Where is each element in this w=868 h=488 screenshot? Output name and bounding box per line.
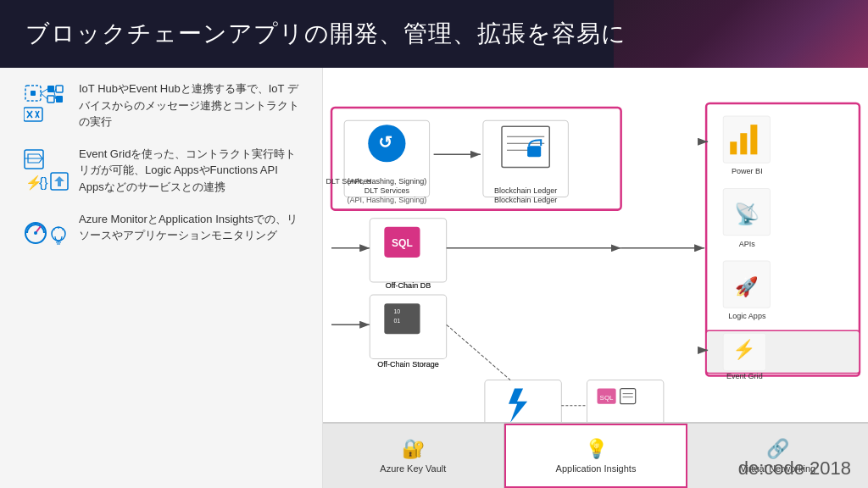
feature-monitor: Azure MonitorとApplication Insightsでの、リソー… — [21, 211, 305, 252]
right-panel: ↺ DLT Services (API, Hashing, Signing) D… — [322, 68, 868, 488]
svg-text:10: 10 — [393, 308, 400, 314]
svg-rect-3 — [56, 86, 63, 92]
svg-text:↺: ↺ — [378, 133, 392, 152]
svg-rect-55 — [384, 303, 420, 334]
bottom-item-keyvault[interactable]: 🔐 Azure Key Vault — [323, 424, 504, 488]
svg-text:Blockchain Ledger: Blockchain Ledger — [494, 196, 557, 204]
svg-line-63 — [447, 324, 510, 380]
svg-rect-15 — [25, 150, 43, 169]
svg-text:Blockchain Ledger: Blockchain Ledger — [494, 186, 557, 195]
svg-text:Logic Apps: Logic Apps — [728, 312, 766, 320]
svg-rect-5 — [56, 96, 63, 103]
feature-iot-text: IoT HubやEvent Hubと連携する事で、IoT デバイスからのメッセー… — [72, 80, 305, 130]
svg-rect-2 — [47, 86, 54, 92]
feature-eventgrid: ⚡ {} Event Gridを使った、コントラクト実行時トリガが可能、Logi… — [21, 146, 305, 196]
svg-text:(API, Hashing, Signing): (API, Hashing, Signing) — [347, 177, 426, 186]
svg-rect-76 — [740, 133, 747, 154]
svg-text:DLT Services: DLT Services — [364, 186, 410, 195]
header-title: ブロックチェーンアプリの開発、管理、拡張を容易に — [25, 18, 626, 50]
svg-text:SQL: SQL — [600, 394, 615, 402]
feature-eventgrid-text: Event Gridを使った、コントラクト実行時トリガが可能、Logic App… — [72, 146, 305, 196]
appinsights-icon: 💡 — [585, 438, 608, 460]
svg-rect-75 — [730, 141, 737, 154]
appinsights-label: Application Insights — [556, 463, 637, 474]
svg-rect-77 — [750, 125, 757, 154]
svg-line-6 — [41, 89, 47, 93]
svg-rect-10 — [24, 108, 42, 121]
bottom-item-appinsights[interactable]: 💡 Application Insights — [504, 424, 688, 488]
footer-text: de:code 2018 — [738, 458, 851, 479]
svg-text:📡: 📡 — [734, 202, 760, 226]
header: ブロックチェーンアプリの開発、管理、拡張を容易に — [0, 0, 868, 68]
keyvault-icon: 🔐 — [402, 438, 425, 460]
svg-text:SQL: SQL — [392, 237, 413, 249]
eventgrid-icon: ⚡ {} — [21, 146, 72, 196]
feature-iot: IoT HubやEvent Hubと連携する事で、IoT デバイスからのメッセー… — [21, 80, 305, 130]
svg-text:🚀: 🚀 — [735, 275, 759, 298]
main-content: IoT HubやEvent Hubと連携する事で、IoT デバイスからのメッセー… — [0, 68, 868, 488]
left-panel: IoT HubやEvent Hubと連携する事で、IoT デバイスからのメッセー… — [0, 68, 322, 488]
svg-text:(API, Hashing, Signing): (API, Hashing, Signing) — [347, 196, 426, 204]
svg-line-7 — [41, 93, 47, 99]
svg-text:{}: {} — [39, 175, 48, 190]
svg-text:⚡: ⚡ — [732, 338, 756, 361]
svg-text:Event Grid: Event Grid — [726, 372, 763, 380]
svg-text:Power BI: Power BI — [732, 167, 763, 175]
keyvault-label: Azure Key Vault — [380, 463, 446, 474]
svg-rect-4 — [47, 96, 54, 103]
svg-point-22 — [34, 231, 37, 235]
svg-text:01: 01 — [393, 318, 400, 324]
svg-text:Off-Chain DB: Off-Chain DB — [386, 281, 431, 290]
slide: ブロックチェーンアプリの開発、管理、拡張を容易に — [0, 0, 868, 488]
footer: de:code 2018 — [738, 458, 851, 480]
iot-icon — [21, 80, 72, 122]
svg-rect-1 — [31, 91, 36, 96]
svg-text:APIs: APIs — [739, 240, 756, 248]
svg-text:Off-Chain Storage: Off-Chain Storage — [377, 360, 439, 369]
svg-rect-43 — [527, 146, 541, 157]
feature-monitor-text: Azure MonitorとApplication Insightsでの、リソー… — [72, 211, 305, 244]
monitor-icon — [21, 211, 72, 252]
